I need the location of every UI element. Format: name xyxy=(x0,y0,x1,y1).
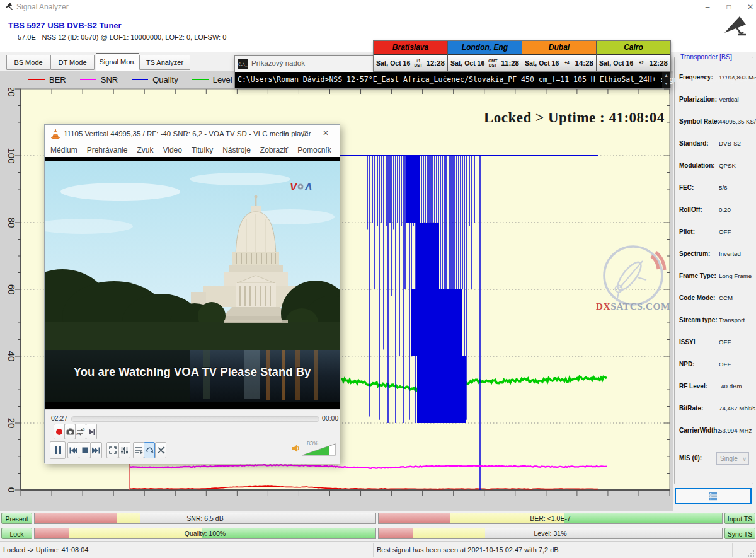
y-tick-label-0: 0 xyxy=(6,487,17,492)
dxsatcs-watermark-logo: DXSATCS.COM xyxy=(596,245,673,315)
transponder-label: Code Mode: xyxy=(679,294,715,301)
transponder-label: RollOff: xyxy=(679,206,702,213)
cmd-scrollbar[interactable]: ▲ ▼ xyxy=(662,72,670,88)
vlc-menu-bar: MédiumPrehrávanieZvukVideoTitulkyNástroj… xyxy=(45,143,340,157)
sync-ts-indicator: Sync TS xyxy=(724,528,755,539)
clock-london-eng: London, EngSat, Oct 16GMTDST11:28 xyxy=(448,41,522,71)
legend-label-snr: SNR xyxy=(101,75,118,84)
clock-date: Sat, Oct 16 xyxy=(450,59,484,67)
playlist-button[interactable] xyxy=(133,442,144,458)
scroll-up-icon[interactable]: ▲ xyxy=(662,72,670,79)
vlc-menu-prehr-vanie[interactable]: Prehrávanie xyxy=(87,146,128,154)
scroll-down-icon[interactable]: ▼ xyxy=(662,80,670,88)
y-tick-label-120: 120 xyxy=(6,88,17,97)
mis-row: MIS (0): Single ∨ xyxy=(675,452,753,466)
clock-time: 12:28 xyxy=(650,59,668,67)
fullscreen-button[interactable] xyxy=(106,442,118,458)
seek-bar[interactable] xyxy=(71,416,319,422)
transponder-value: 53,994 MHz xyxy=(719,427,752,434)
toolbar-button-dt-mode[interactable]: DT Mode xyxy=(50,55,94,70)
close-button[interactable]: ✕ xyxy=(741,1,756,13)
y-tick-label-80: 80 xyxy=(6,218,17,228)
vlc-menu-n-stroje[interactable]: Nástroje xyxy=(222,146,251,154)
vlc-menu-pomocn-k[interactable]: Pomocník xyxy=(297,146,331,154)
ber-bar: BER: <1.0E-7 xyxy=(378,513,723,524)
vlc-menu-video[interactable]: Video xyxy=(163,146,181,154)
stop-button[interactable] xyxy=(79,442,91,458)
vlc-video-frame[interactable]: V Λ xyxy=(45,157,340,409)
quality-dropout-block xyxy=(416,223,439,289)
transponder-row-npd: NPD:OFF xyxy=(675,361,753,369)
legend-line-quality xyxy=(132,79,148,80)
shuffle-icon xyxy=(157,446,165,454)
transponder-row-bitrate: BitRate:74,467 Mbit/s xyxy=(675,405,753,414)
clock-body-bratislava: Sat, Oct 16+1DST12:28 xyxy=(374,55,447,71)
cmd-window-title: Príkazový riadok xyxy=(251,59,305,67)
vlc-minimize-button[interactable]: – xyxy=(277,129,294,137)
maximize-button[interactable]: □ xyxy=(719,1,738,13)
ab-loop-button[interactable]: AB xyxy=(75,424,86,439)
vlc-menu-m-dium[interactable]: Médium xyxy=(50,146,77,154)
vlc-window: 11105 Vertical 44995,35 / RF: -40 SNR: 6… xyxy=(44,124,340,463)
volume-slider[interactable] xyxy=(302,443,336,456)
equalizer-icon xyxy=(120,446,129,455)
equalizer-button[interactable] xyxy=(118,442,130,458)
minimize-button[interactable]: – xyxy=(698,1,717,13)
bar-snr-label: SNR: 6,5 dB xyxy=(35,513,375,523)
pause-button[interactable] xyxy=(50,441,66,459)
legend-line-snr xyxy=(80,79,96,80)
statusbar-divider xyxy=(732,543,733,557)
record-button[interactable] xyxy=(54,424,65,439)
toolbar-button-signal-mon[interactable]: Signal Mon. xyxy=(96,53,139,71)
vlc-window-title: 11105 Vertical 44995,35 / RF: -40 SNR: 6… xyxy=(64,130,311,137)
next-icon xyxy=(92,447,100,454)
clock-tz-offset: +1 xyxy=(410,59,426,63)
quality-dropout-block xyxy=(411,289,462,356)
vlc-control-area: 02:27 00:00 AB xyxy=(45,409,340,464)
transponder-value: 74,467 Mbit/s xyxy=(719,405,755,412)
vlc-menu-titulky[interactable]: Titulky xyxy=(192,146,213,154)
transponder-label: Symbol Rate: xyxy=(679,118,719,125)
pause-icon xyxy=(54,446,62,455)
shuffle-button[interactable] xyxy=(155,442,166,458)
transponder-value: OFF xyxy=(719,339,731,346)
previous-button[interactable] xyxy=(67,442,79,458)
signal-bars-zone: Present SNR: 6,5 dB BER: <1.0E-7 Input T… xyxy=(0,511,756,541)
vlc-close-button[interactable]: ✕ xyxy=(317,129,335,137)
vlc-menu-zvuk[interactable]: Zvuk xyxy=(137,146,153,154)
vlc-maximize-button[interactable]: □ xyxy=(297,129,314,137)
clock-time: 14:28 xyxy=(575,59,593,67)
svg-text:B: B xyxy=(83,428,85,431)
mis-label: MIS (0): xyxy=(679,455,702,462)
transponder-row-code-mode: Code Mode:CCM xyxy=(675,294,753,303)
snapshot-button[interactable] xyxy=(64,424,76,439)
transponder-value: QPSK xyxy=(719,162,736,169)
transponder-group-title: Transponder [BS] xyxy=(679,53,734,61)
resize-grip[interactable] xyxy=(747,550,755,557)
clock-city-cairo: Cairo xyxy=(597,41,670,55)
frame-step-icon xyxy=(88,428,95,436)
clock-timezone: GMTDST xyxy=(484,59,501,67)
clock-bratislava: BratislavaSat, Oct 16+1DST12:28 xyxy=(374,41,448,71)
bar-quality-label: Quality: 100% xyxy=(35,528,375,538)
loop-button[interactable] xyxy=(144,442,155,458)
frame-step-button[interactable] xyxy=(86,424,97,439)
toolbar-button-ts-analyzer-ok[interactable]: TS Analyzer (OK) xyxy=(139,55,190,70)
cmd-console[interactable]: C:\Users\Roman Dávid>NSS 12-57°E_East Af… xyxy=(235,72,670,88)
toolbar-button-bs-mode[interactable]: BS Mode xyxy=(6,55,50,70)
transport-stream-button[interactable] xyxy=(675,488,752,504)
lock-indicator: Lock xyxy=(1,528,32,539)
elapsed-time: 02:27 xyxy=(51,414,67,422)
speaker-icon[interactable] xyxy=(292,444,301,453)
vlc-menu-zobrazi[interactable]: Zobraziť xyxy=(260,146,289,154)
lock-uptime-annotation: Locked > Uptime : 41:08:04 xyxy=(484,110,665,126)
vlc-title-bar[interactable]: 11105 Vertical 44995,35 / RF: -40 SNR: 6… xyxy=(45,125,340,143)
transponder-value: 44995,35 KS/s xyxy=(719,118,756,125)
legend-line-ber xyxy=(28,79,45,80)
next-button[interactable] xyxy=(90,442,102,458)
mis-dropdown[interactable]: Single ∨ xyxy=(716,452,749,465)
transponder-row-stream-type: Stream type:Transport xyxy=(675,317,753,325)
title-bar: Signal Analyzer – □ ✕ xyxy=(0,0,756,14)
legend-label-quality: Quality xyxy=(152,75,178,84)
transponder-value: OFF xyxy=(719,228,731,235)
